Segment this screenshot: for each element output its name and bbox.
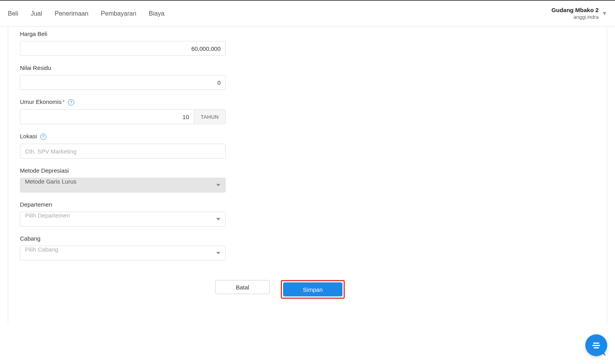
nav-beli[interactable]: Beli xyxy=(8,10,18,17)
nav-pembayaran[interactable]: Pembayaran xyxy=(101,10,136,17)
umur-ekonomis-label: Umur Ekonomis* ? xyxy=(20,98,595,105)
metode-depresiasi-label: Metode Depresiasi xyxy=(20,167,595,174)
company-name: Gudang Mbako 2 xyxy=(551,6,599,14)
nav-menu: Beli Jual Penerimaan Pembayaran Biaya xyxy=(8,10,164,17)
departemen-label: Departemen xyxy=(20,201,595,208)
nav-penerimaan[interactable]: Penerimaan xyxy=(55,10,88,17)
help-icon[interactable]: ? xyxy=(68,99,74,105)
lokasi-input[interactable] xyxy=(20,144,226,159)
umur-ekonomis-input[interactable] xyxy=(20,109,194,124)
umur-ekonomis-unit: TAHUN xyxy=(194,109,226,124)
departemen-select[interactable]: Pilih Departemen xyxy=(20,212,226,227)
nilai-residu-input[interactable] xyxy=(20,75,226,90)
harga-beli-input[interactable] xyxy=(20,41,226,56)
cabang-select[interactable]: Pilih Cabang xyxy=(20,246,226,261)
cabang-label: Cabang xyxy=(20,235,595,242)
save-button-highlight: Simpan xyxy=(281,280,345,299)
lokasi-label: Lokasi ? xyxy=(20,133,595,140)
nav-jual[interactable]: Jual xyxy=(31,10,42,17)
metode-depresiasi-select: Metode Garis Lurus xyxy=(20,178,226,193)
nav-biaya[interactable]: Biaya xyxy=(149,10,164,17)
required-asterisk: * xyxy=(62,98,65,105)
chevron-down-icon[interactable]: ▼ xyxy=(602,10,607,16)
harga-beli-label: Harga Beli xyxy=(20,30,595,37)
user-info[interactable]: Gudang Mbako 2 anggi.indra ▼ xyxy=(551,6,607,20)
help-icon[interactable]: ? xyxy=(40,134,46,140)
nilai-residu-label: Nilai Residu xyxy=(20,64,595,71)
user-email: anggi.indra xyxy=(551,14,599,21)
cancel-button[interactable]: Batal xyxy=(215,280,270,294)
form-container: Harga Beli Nilai Residu Umur Ekonomis* ?… xyxy=(8,27,607,323)
header: Beli Jual Penerimaan Pembayaran Biaya Gu… xyxy=(0,1,615,27)
save-button[interactable]: Simpan xyxy=(283,282,342,296)
